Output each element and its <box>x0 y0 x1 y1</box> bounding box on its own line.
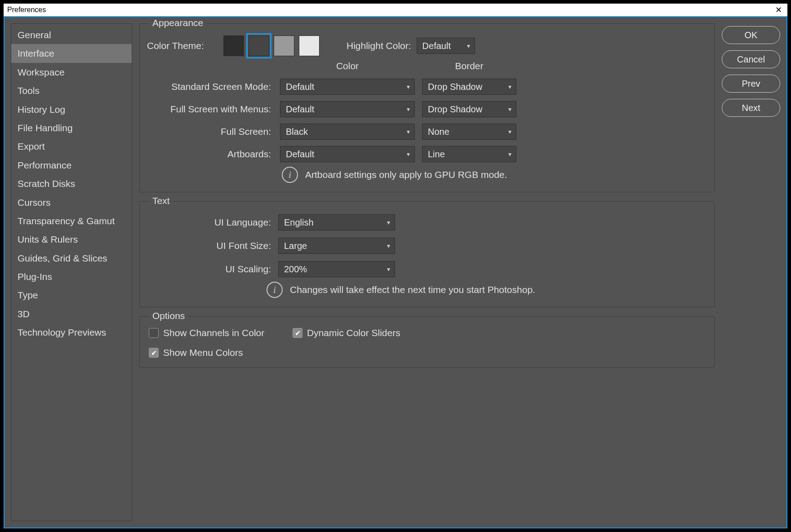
screen-mode-color-dropdown-0[interactable]: Default▾ <box>280 79 415 95</box>
titlebar: Preferences ✕ <box>4 4 787 16</box>
border-column-header: Border <box>422 61 516 72</box>
prev-button[interactable]: Prev <box>722 75 780 93</box>
checkbox-label: Show Menu Colors <box>163 347 243 358</box>
text-label-0: UI Language: <box>147 217 273 228</box>
text-label-2: UI Scaling: <box>147 264 273 275</box>
highlight-color-dropdown[interactable]: Default ▾ <box>417 38 475 54</box>
screen-mode-border-dropdown-3[interactable]: Line▾ <box>422 146 516 162</box>
info-icon: i <box>282 167 298 183</box>
option-checkbox-show-channels-in-color[interactable]: Show Channels in Color <box>149 328 293 338</box>
sidebar: GeneralInterfaceWorkspaceToolsHistory Lo… <box>11 23 132 521</box>
text-label-1: UI Font Size: <box>147 240 273 251</box>
color-theme-swatch-2[interactable] <box>274 35 294 56</box>
appearance-group: Appearance Color Theme: Highlight Color:… <box>139 23 715 192</box>
options-group: Options Show Channels in Color✔Dynamic C… <box>139 316 715 368</box>
sidebar-item-tools[interactable]: Tools <box>11 81 132 100</box>
options-legend: Options <box>149 310 188 321</box>
chevron-down-icon: ▾ <box>508 151 511 158</box>
ok-button[interactable]: OK <box>722 26 780 44</box>
info-icon: i <box>267 282 283 298</box>
sidebar-item-type[interactable]: Type <box>11 286 132 304</box>
screen-mode-color-dropdown-2[interactable]: Black▾ <box>280 124 415 140</box>
sidebar-item-cursors[interactable]: Cursors <box>11 193 132 212</box>
screen-mode-border-dropdown-2[interactable]: None▾ <box>422 124 516 140</box>
sidebar-item-general[interactable]: General <box>11 26 132 44</box>
checkbox-icon: ✔ <box>293 328 302 338</box>
close-icon[interactable]: ✕ <box>773 5 784 15</box>
color-theme-label: Color Theme: <box>147 40 214 51</box>
checkbox-icon: ✔ <box>149 348 159 358</box>
sidebar-item-guides-grid-slices[interactable]: Guides, Grid & Slices <box>11 249 132 267</box>
sidebar-item-performance[interactable]: Performance <box>11 156 132 174</box>
option-checkbox-dynamic-color-sliders[interactable]: ✔Dynamic Color Sliders <box>293 328 707 338</box>
text-dropdown-1[interactable]: Large▾ <box>278 238 395 254</box>
color-theme-swatches <box>223 35 320 56</box>
sidebar-item-workspace[interactable]: Workspace <box>11 63 132 81</box>
screen-mode-label-2: Full Screen: <box>147 126 273 137</box>
screen-modes-grid: Color Border Standard Screen Mode:Defaul… <box>147 61 707 162</box>
text-info-row: i Changes will take effect the next time… <box>267 282 707 298</box>
sidebar-item-history-log[interactable]: History Log <box>11 100 132 119</box>
next-button[interactable]: Next <box>722 99 780 117</box>
text-group: Text UI Language:English▾UI Font Size:La… <box>139 201 715 307</box>
dialog-body: GeneralInterfaceWorkspaceToolsHistory Lo… <box>4 16 787 528</box>
text-dropdown-0[interactable]: English▾ <box>278 214 395 231</box>
options-body: Show Channels in Color✔Dynamic Color Sli… <box>147 328 707 358</box>
chevron-down-icon: ▾ <box>467 42 470 49</box>
color-column-header: Color <box>280 61 415 72</box>
chevron-down-icon: ▾ <box>508 83 511 90</box>
chevron-down-icon: ▾ <box>407 106 410 113</box>
window-title: Preferences <box>7 6 46 14</box>
sidebar-item-technology-previews[interactable]: Technology Previews <box>11 323 132 341</box>
sidebar-item-export[interactable]: Export <box>11 137 132 155</box>
cancel-button[interactable]: Cancel <box>722 50 780 68</box>
chevron-down-icon: ▾ <box>387 266 390 273</box>
chevron-down-icon: ▾ <box>407 128 410 135</box>
chevron-down-icon: ▾ <box>407 151 410 158</box>
screen-mode-color-dropdown-3[interactable]: Default▾ <box>280 146 415 162</box>
text-legend: Text <box>149 195 173 206</box>
checkbox-icon <box>149 328 159 338</box>
preferences-window: Preferences ✕ GeneralInterfaceWorkspaceT… <box>4 4 787 528</box>
option-checkbox-show-menu-colors[interactable]: ✔Show Menu Colors <box>149 347 293 358</box>
checkbox-label: Show Channels in Color <box>163 328 264 338</box>
screen-mode-border-dropdown-1[interactable]: Drop Shadow▾ <box>422 101 516 117</box>
screen-mode-label-0: Standard Screen Mode: <box>147 81 273 92</box>
sidebar-item-scratch-disks[interactable]: Scratch Disks <box>11 174 132 193</box>
color-theme-swatch-3[interactable] <box>299 35 320 56</box>
highlight-color-label: Highlight Color: <box>347 40 411 51</box>
screen-mode-label-1: Full Screen with Menus: <box>147 104 273 115</box>
main-panel: Appearance Color Theme: Highlight Color:… <box>139 23 715 521</box>
chevron-down-icon: ▾ <box>407 83 410 90</box>
color-theme-swatch-0[interactable] <box>223 35 244 56</box>
dialog-buttons: OK Cancel Prev Next <box>722 23 780 521</box>
sidebar-item-interface[interactable]: Interface <box>11 44 132 62</box>
sidebar-item-transparency-gamut[interactable]: Transparency & Gamut <box>11 212 132 230</box>
sidebar-item-plug-ins[interactable]: Plug-Ins <box>11 267 132 286</box>
screen-mode-label-3: Artboards: <box>147 149 273 160</box>
appearance-info-text: Artboard settings only apply to GPU RGB … <box>305 169 507 180</box>
color-theme-swatch-1[interactable] <box>249 35 269 56</box>
text-dropdown-2[interactable]: 200%▾ <box>278 261 395 277</box>
sidebar-item-file-handling[interactable]: File Handling <box>11 119 132 137</box>
chevron-down-icon: ▾ <box>508 106 511 113</box>
text-info-text: Changes will take effect the next time y… <box>290 284 535 295</box>
appearance-info-row: i Artboard settings only apply to GPU RG… <box>282 167 707 183</box>
chevron-down-icon: ▾ <box>508 128 511 135</box>
screen-mode-color-dropdown-1[interactable]: Default▾ <box>280 101 415 117</box>
sidebar-item-units-rulers[interactable]: Units & Rulers <box>11 230 132 248</box>
text-grid: UI Language:English▾UI Font Size:Large▾U… <box>147 214 707 277</box>
sidebar-item-3d[interactable]: 3D <box>11 305 132 323</box>
chevron-down-icon: ▾ <box>387 219 390 226</box>
highlight-color-value: Default <box>422 41 451 51</box>
screen-mode-border-dropdown-0[interactable]: Drop Shadow▾ <box>422 79 516 95</box>
checkbox-label: Dynamic Color Sliders <box>307 328 400 338</box>
appearance-legend: Appearance <box>149 18 207 28</box>
chevron-down-icon: ▾ <box>387 242 390 249</box>
